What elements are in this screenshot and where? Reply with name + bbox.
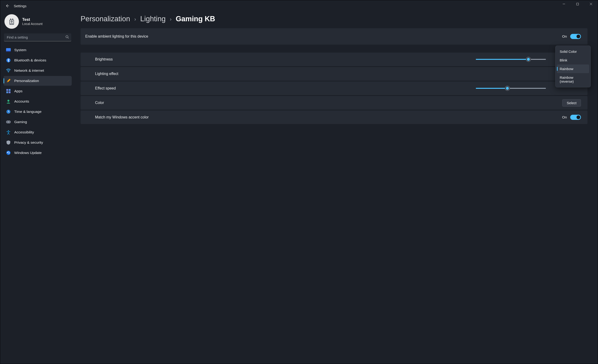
sidebar-item-label: Network & internet [14,68,44,73]
close-button[interactable] [584,0,598,8]
user-name: Test [22,17,42,22]
breadcrumb: Personalization › Lighting › Gaming KB [81,14,588,23]
setting-effect-speed: Effect speed [81,82,588,95]
titlebar: Settings [0,0,598,11]
sidebar-item-label: Gaming [14,120,27,124]
avatar-icon [8,17,16,25]
svg-rect-5 [6,51,11,52]
setting-color: Color Select [81,96,588,110]
settings-list: Enable ambient lighting for this device … [81,28,588,124]
brightness-label: Brightness [85,57,113,61]
sidebar-item-label: Privacy & security [14,141,43,145]
svg-rect-0 [576,3,579,5]
color-label: Color [85,101,104,105]
lighting-effect-label: Lighting effect [85,72,118,76]
sidebar-item-label: Accounts [14,99,29,104]
maximize-button[interactable] [571,0,584,8]
network-icon [6,68,11,73]
svg-point-2 [11,21,12,22]
sidebar-item-update[interactable]: Windows Update [3,148,72,158]
close-icon [590,3,592,5]
match-accent-state: On [562,115,567,119]
accounts-icon [6,99,11,104]
sidebar-item-label: Bluetooth & devices [14,58,46,62]
lighting-effect-option[interactable]: Rainbow (reverse) [557,73,589,86]
window-controls [557,0,598,11]
sidebar-item-accounts[interactable]: Accounts [3,97,72,106]
svg-rect-8 [6,89,8,91]
sidebar-item-label: System [14,48,26,52]
sidebar-item-label: Apps [14,89,22,93]
search-icon [66,35,69,40]
breadcrumb-current: Gaming KB [176,15,215,23]
color-select-button[interactable]: Select [562,99,581,107]
sidebar-item-personalization[interactable]: Personalization [3,76,72,86]
sidebar-item-label: Accessibility [14,130,34,134]
sidebar-item-system[interactable]: System [3,45,72,55]
lighting-effect-option[interactable]: Blink [557,56,589,65]
bluetooth-icon [6,58,11,63]
lighting-effect-dropdown[interactable]: Solid ColorBlinkRainbowRainbow (reverse) [555,46,591,87]
update-icon [6,150,11,155]
match-accent-label: Match my Windows accent color [85,115,149,119]
minimize-button[interactable] [557,0,571,8]
back-arrow-icon [5,4,9,8]
sidebar-item-label: Windows Update [14,151,42,155]
svg-rect-11 [9,91,10,93]
search-wrap [4,33,71,41]
gaming-icon [6,119,11,124]
setting-lighting-effect[interactable]: Lighting effect [81,67,588,81]
svg-rect-10 [6,91,8,93]
sidebar-item-bluetooth[interactable]: Bluetooth & devices [3,55,72,65]
svg-rect-4 [6,48,11,51]
match-accent-control: On [562,115,581,120]
apps-icon [6,89,11,94]
setting-brightness: Brightness [81,53,588,66]
sidebar-item-network[interactable]: Network & internet [3,66,72,75]
sidebar-item-apps[interactable]: Apps [3,86,72,96]
settings-window: Settings [0,0,598,364]
lighting-effect-option[interactable]: Solid Color [557,47,589,56]
setting-match-accent: Match my Windows accent color On [81,110,588,124]
sidebar-item-gaming[interactable]: Gaming [3,117,72,127]
match-accent-toggle[interactable] [570,115,581,120]
back-button[interactable] [3,1,12,10]
personalization-icon [6,78,11,83]
breadcrumb-lighting[interactable]: Lighting [140,15,166,23]
sidebar-nav: SystemBluetooth & devicesNetwork & inter… [3,45,72,158]
lighting-effect-option[interactable]: Rainbow [557,65,589,73]
maximize-icon [576,3,579,5]
chevron-right-icon: › [170,16,171,22]
sidebar-item-accessibility[interactable]: Accessibility [3,127,72,137]
brightness-slider[interactable] [476,57,546,62]
breadcrumb-personalization[interactable]: Personalization [81,15,130,23]
user-role: Local Account [22,22,42,26]
chevron-right-icon: › [134,16,136,22]
avatar [4,14,19,29]
sidebar-item-privacy[interactable]: Privacy & security [3,138,72,148]
enable-ambient-control: On [562,34,581,39]
sidebar-item-time[interactable]: Time & language [3,107,72,116]
effect-speed-label: Effect speed [85,86,116,91]
enable-ambient-label: Enable ambient lighting for this device [85,34,148,39]
svg-point-17 [8,130,9,131]
setting-enable-ambient: Enable ambient lighting for this device … [81,28,588,45]
enable-ambient-state: On [562,34,567,39]
body: Test Local Account SystemBluetooth & dev… [0,11,598,364]
user-text: Test Local Account [22,17,42,26]
effect-speed-slider[interactable] [476,86,546,91]
svg-rect-9 [9,89,10,91]
enable-ambient-toggle[interactable] [570,34,581,39]
system-icon [6,47,11,53]
svg-point-7 [8,72,9,72]
svg-point-3 [66,35,68,38]
sidebar-item-label: Time & language [14,110,42,114]
accessibility-icon [6,130,11,135]
privacy-icon [6,140,11,145]
sidebar-item-label: Personalization [14,79,39,83]
search-input[interactable] [4,33,71,41]
svg-point-12 [8,100,9,102]
sidebar: Test Local Account SystemBluetooth & dev… [0,11,75,364]
user-block[interactable]: Test Local Account [3,13,72,31]
svg-point-18 [6,151,10,155]
